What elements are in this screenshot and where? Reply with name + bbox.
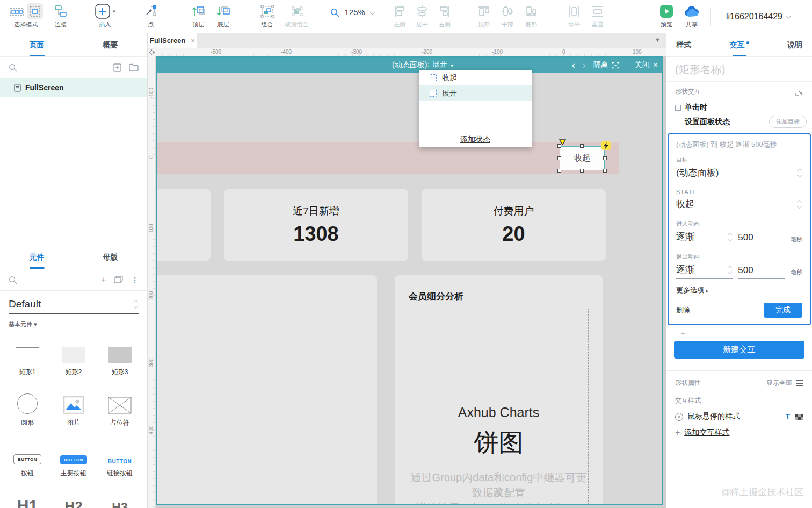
single-select-icon[interactable] bbox=[27, 3, 43, 19]
canvas-viewport[interactable]: (动态面板): 展开 ▾ ‹ › 隔离 关闭 × bbox=[156, 56, 666, 508]
exit-anim-select[interactable]: 逐渐 bbox=[676, 263, 733, 279]
new-interaction-button[interactable]: 新建交互 bbox=[674, 341, 804, 359]
tab-pages[interactable]: 页面 bbox=[0, 33, 74, 56]
widget-h3[interactable]: H3三级标题 bbox=[97, 483, 143, 508]
widget-button[interactable]: BUTTON按钮 bbox=[4, 433, 50, 480]
enter-anim-duration-input[interactable]: 500 bbox=[738, 232, 785, 246]
exit-anim-duration-input[interactable]: 500 bbox=[738, 265, 785, 279]
widget-link-button[interactable]: BUTTON链接按钮 bbox=[97, 433, 143, 480]
widget-rect2[interactable]: 矩形2 bbox=[50, 332, 97, 379]
add-target-button[interactable]: 添加目标 bbox=[769, 116, 807, 128]
bring-to-top-tool[interactable]: 顶层 bbox=[186, 4, 211, 28]
show-all-link[interactable]: 显示全部 bbox=[766, 378, 792, 388]
tab-style[interactable]: 样式 bbox=[676, 33, 691, 56]
align-bottom-tool[interactable]: 底部 bbox=[519, 4, 543, 28]
selected-collapse-button[interactable]: 收起 bbox=[560, 146, 605, 170]
tab-outline[interactable]: 概要 bbox=[74, 33, 147, 56]
insert-tool[interactable]: ▾ 插入 bbox=[89, 4, 121, 28]
add-interaction-style-link[interactable]: + 添加交互样式 bbox=[666, 421, 812, 438]
state-select[interactable]: 收起 bbox=[676, 198, 802, 213]
kebab-menu-icon[interactable]: ⋮ bbox=[131, 276, 139, 284]
collapse-event-icon[interactable]: − bbox=[675, 105, 681, 111]
hover-style-row[interactable]: 鼠标悬停的样式 T bbox=[666, 405, 812, 421]
page-item-fullscreen[interactable]: FullScreen bbox=[0, 78, 147, 97]
stat-card-new-users[interactable]: 近7日新增 1308 bbox=[224, 189, 408, 261]
widgets-section-header[interactable]: 基本元件 ▾ bbox=[9, 320, 139, 328]
zoom-control[interactable]: 125% bbox=[330, 8, 374, 18]
tab-masters[interactable]: 母版 bbox=[74, 246, 147, 269]
pages-search-icon[interactable] bbox=[9, 63, 17, 72]
dynamic-panel-body[interactable]: 近7日新增 1308 付费用户 20 图 改数据及配置 harts 会员细分分析 bbox=[157, 73, 662, 504]
distribute-horizontal-tool[interactable]: 水平 bbox=[562, 4, 586, 28]
prev-state-icon[interactable]: ‹ bbox=[572, 60, 575, 70]
tab-fullscreen[interactable]: FullScreen × bbox=[148, 33, 197, 48]
panel-state-selector[interactable]: (动态面板): 展开 ▾ bbox=[392, 60, 453, 70]
more-options-link[interactable]: 更多选项 ▸ bbox=[676, 285, 802, 295]
add-action-icon[interactable]: + bbox=[666, 325, 812, 339]
add-state-link[interactable]: 添加状态 bbox=[419, 132, 532, 147]
chart-card-member-analysis[interactable]: 会员细分分析 Axhub Charts 饼图 通过Group内data和conf… bbox=[395, 275, 603, 504]
select-shape-icon[interactable] bbox=[795, 88, 803, 96]
add-library-icon[interactable]: + bbox=[101, 275, 106, 285]
align-left-label: 左侧 bbox=[394, 20, 405, 28]
close-isolation-button[interactable]: 关闭 × bbox=[635, 60, 658, 70]
state-menu-item-collapsed[interactable]: 收起 bbox=[419, 70, 532, 85]
tab-interaction[interactable]: 交互 bbox=[730, 33, 749, 56]
isolate-button[interactable]: 隔离 bbox=[593, 60, 619, 70]
align-top-tool[interactable]: 顶部 bbox=[472, 4, 496, 28]
widget-h2[interactable]: H2二级标题 bbox=[50, 483, 97, 508]
user-menu[interactable]: li16620164429 bbox=[726, 12, 791, 22]
align-right-tool[interactable]: 右侧 bbox=[433, 4, 456, 28]
properties-menu-icon[interactable] bbox=[796, 380, 803, 386]
next-state-icon[interactable]: › bbox=[583, 60, 586, 70]
ungroup-tool[interactable]: 取消组合 bbox=[280, 4, 314, 28]
duplicate-icon[interactable] bbox=[114, 276, 124, 284]
share-button[interactable]: 共享 bbox=[678, 4, 705, 28]
widget-rect1[interactable]: 矩形1 bbox=[4, 332, 50, 379]
point-tool[interactable]: 点 bbox=[139, 4, 163, 28]
text-style-icon[interactable]: T bbox=[785, 412, 790, 421]
widget-h1[interactable]: H1一级标题 bbox=[4, 483, 50, 508]
distribute-vertical-tool[interactable]: 垂直 bbox=[586, 4, 610, 28]
select-mode-tool[interactable]: 选择模式 bbox=[0, 4, 48, 28]
fill-style-icon[interactable] bbox=[795, 414, 803, 420]
preview-button[interactable]: 预览 bbox=[655, 4, 678, 28]
widget-rect3[interactable]: 矩形3 bbox=[97, 332, 143, 379]
connect-tool[interactable]: 连接 bbox=[48, 4, 73, 28]
widget-circle[interactable]: 圆形 bbox=[4, 382, 50, 430]
zoom-value[interactable]: 125% bbox=[343, 8, 367, 18]
ruler-origin-icon[interactable] bbox=[148, 48, 156, 56]
stat-card-partial[interactable] bbox=[157, 189, 211, 261]
align-middle-tool[interactable]: 中部 bbox=[496, 4, 519, 28]
widgets-search-icon[interactable] bbox=[9, 276, 17, 284]
stat-card-paid-users[interactable]: 付费用户 20 bbox=[422, 189, 606, 261]
header-band-shape[interactable] bbox=[157, 142, 619, 174]
chart-card-left-partial[interactable]: 图 改数据及配置 harts bbox=[157, 275, 377, 504]
align-center-label: 居中 bbox=[416, 20, 428, 28]
tab-close-icon[interactable]: × bbox=[191, 37, 195, 45]
widget-placeholder[interactable]: 占位符 bbox=[97, 382, 143, 430]
tab-notes[interactable]: 说明 bbox=[787, 33, 802, 56]
panel-state-value[interactable]: 展开 bbox=[432, 60, 447, 70]
event-onclick-label[interactable]: 单击时 bbox=[685, 103, 707, 112]
delete-action-link[interactable]: 删除 bbox=[676, 305, 690, 315]
send-to-bottom-tool[interactable]: 底层 bbox=[211, 4, 236, 28]
align-center-tool[interactable]: 居中 bbox=[411, 4, 433, 28]
multi-select-icon[interactable] bbox=[9, 3, 25, 19]
add-page-icon[interactable] bbox=[113, 63, 121, 72]
add-folder-icon[interactable] bbox=[129, 63, 139, 71]
tab-widgets[interactable]: 元件 bbox=[0, 246, 74, 269]
enter-anim-select[interactable]: 逐渐 bbox=[676, 231, 733, 246]
group-tool[interactable]: 组合 bbox=[255, 4, 280, 28]
action-set-panel-state[interactable]: 设置面板状态 bbox=[685, 117, 730, 127]
tab-list-caret-icon[interactable]: ▼ bbox=[649, 33, 666, 48]
library-select[interactable]: Default bbox=[9, 298, 139, 314]
state-menu-item-expanded[interactable]: 展开 bbox=[419, 85, 532, 101]
done-button[interactable]: 完成 bbox=[764, 303, 802, 318]
insert-caret-icon[interactable]: ▾ bbox=[113, 9, 115, 14]
widget-primary-button[interactable]: BUTTON主要按钮 bbox=[50, 433, 97, 480]
shape-name-input[interactable] bbox=[666, 57, 812, 82]
align-left-tool[interactable]: 左侧 bbox=[388, 4, 411, 28]
target-select[interactable]: (动态面板) bbox=[676, 167, 802, 182]
widget-image[interactable]: 图片 bbox=[50, 382, 97, 430]
